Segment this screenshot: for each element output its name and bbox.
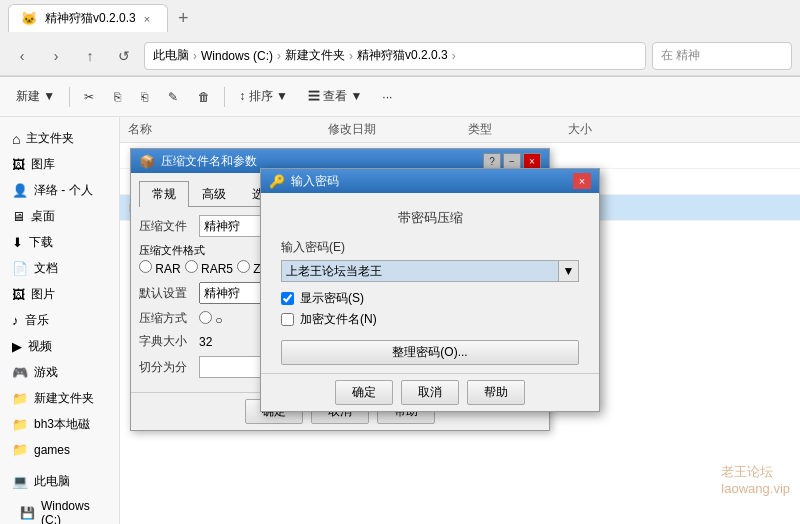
sidebar-item-new-folder[interactable]: 📁 新建文件夹	[4, 386, 115, 411]
show-password-row: 显示密码(S)	[281, 290, 579, 307]
col-header-size: 大小	[568, 121, 648, 138]
tab-close-btn[interactable]: ×	[144, 13, 150, 25]
sidebar-item-video[interactable]: ▶ 视频	[4, 334, 115, 359]
winrar-tab-advanced[interactable]: 高级	[189, 181, 239, 207]
new-tab-btn[interactable]: +	[172, 8, 195, 29]
refresh-btn[interactable]: ↺	[110, 42, 138, 70]
desktop-icon: 🖥	[12, 209, 25, 224]
sort-btn[interactable]: ↕ 排序 ▼	[231, 82, 296, 112]
cut-btn[interactable]: ✂	[76, 82, 102, 112]
encrypt-filename-label: 加密文件名(N)	[300, 311, 377, 328]
sidebar-label-bh3: bh3本地磁	[34, 416, 90, 433]
active-tab[interactable]: 🐱 精神狩猫v0.2.0.3 ×	[8, 4, 168, 32]
archive-label: 压缩文件	[139, 218, 199, 235]
path-part-3: 精神狩猫v0.2.0.3	[357, 47, 448, 64]
toolbar-sep-1	[69, 87, 70, 107]
sidebar-label-download: 下载	[29, 234, 53, 251]
copy-btn[interactable]: ⎘	[106, 82, 129, 112]
search-placeholder: 在 精神	[661, 47, 700, 64]
download-icon: ⬇	[12, 235, 23, 250]
sidebar-label-pictures: 图片	[31, 286, 55, 303]
encrypt-filename-checkbox[interactable]	[281, 313, 294, 326]
game-icon: 🎮	[12, 365, 28, 380]
watermark-line2: laowang.vip	[721, 481, 790, 496]
sidebar-label-new-folder: 新建文件夹	[34, 390, 94, 407]
delete-btn[interactable]: 🗑	[190, 82, 218, 112]
winrar-close-btn[interactable]: ×	[523, 153, 541, 169]
sidebar-label-games2: games	[34, 443, 70, 457]
home-icon: ⌂	[12, 131, 20, 147]
sidebar-item-games[interactable]: 🎮 游戏	[4, 360, 115, 385]
compress-opt-o[interactable]: ○	[199, 311, 223, 327]
paste-btn[interactable]: ⎗	[133, 82, 156, 112]
search-box[interactable]: 在 精神	[652, 42, 792, 70]
show-password-checkbox[interactable]	[281, 292, 294, 305]
password-ok-btn[interactable]: 确定	[335, 380, 393, 405]
back-btn[interactable]: ‹	[8, 42, 36, 70]
dict-value: 32	[199, 335, 212, 349]
winrar-min-btn[interactable]: −	[503, 153, 521, 169]
password-help-btn[interactable]: 帮助	[467, 380, 525, 405]
split-label: 切分为分	[139, 359, 199, 376]
winrar-title-text: 压缩文件名和参数	[155, 153, 483, 170]
sidebar: ⌂ 主文件夹 🖼 图库 👤 泽络 - 个人 🖥 桌面 ⬇ 下载 📄 文档 🖼 图…	[0, 117, 120, 524]
forward-btn[interactable]: ›	[42, 42, 70, 70]
pc-icon: 💻	[12, 474, 28, 489]
rename-btn[interactable]: ✎	[160, 82, 186, 112]
manage-password-btn[interactable]: 整理密码(O)...	[281, 340, 579, 365]
format-rar5[interactable]: RAR5	[185, 260, 233, 276]
sidebar-item-music[interactable]: ♪ 音乐	[4, 308, 115, 333]
sidebar-item-this-pc[interactable]: 💻 此电脑	[4, 469, 115, 494]
password-section-title: 带密码压缩	[281, 209, 579, 227]
watermark: 老王论坛 laowang.vip	[721, 463, 790, 496]
sidebar-item-documents[interactable]: 📄 文档	[4, 256, 115, 281]
sidebar-label-c: Windows (C:)	[41, 499, 107, 524]
winrar-tab-general[interactable]: 常规	[139, 181, 189, 207]
password-input[interactable]	[281, 260, 559, 282]
default-label: 默认设置	[139, 285, 199, 302]
password-title-text: 输入密码	[285, 173, 573, 190]
show-password-label: 显示密码(S)	[300, 290, 364, 307]
sidebar-item-user[interactable]: 👤 泽络 - 个人	[4, 178, 115, 203]
col-header-name: 名称	[128, 121, 328, 138]
address-path[interactable]: 此电脑 › Windows (C:) › 新建文件夹 › 精神狩猫v0.2.0.…	[144, 42, 646, 70]
dict-label: 字典大小	[139, 333, 199, 350]
address-bar: ‹ › ↑ ↺ 此电脑 › Windows (C:) › 新建文件夹 › 精神狩…	[0, 36, 800, 76]
sidebar-label-music: 音乐	[25, 312, 49, 329]
sidebar-item-home[interactable]: ⌂ 主文件夹	[4, 126, 115, 151]
password-title-icon: 🔑	[269, 174, 285, 189]
up-btn[interactable]: ↑	[76, 42, 104, 70]
folder-icon-bh3: 📁	[12, 417, 28, 432]
sidebar-label-video: 视频	[28, 338, 52, 355]
more-btn[interactable]: ···	[374, 82, 400, 112]
tab-bar: 🐱 精神狩猫v0.2.0.3 × +	[0, 0, 800, 36]
password-close-btn[interactable]: ×	[573, 173, 591, 189]
path-part-2: 新建文件夹	[285, 47, 345, 64]
folder-icon-new: 📁	[12, 391, 28, 406]
sidebar-item-gallery[interactable]: 🖼 图库	[4, 152, 115, 177]
sidebar-item-desktop[interactable]: 🖥 桌面	[4, 204, 115, 229]
sidebar-item-games2[interactable]: 📁 games	[4, 438, 115, 461]
winrar-help-btn[interactable]: ?	[483, 153, 501, 169]
sidebar-item-download[interactable]: ⬇ 下载	[4, 230, 115, 255]
tab-favicon: 🐱	[21, 11, 37, 26]
path-part-1: Windows (C:)	[201, 49, 273, 63]
sidebar-label-user: 泽络 - 个人	[34, 182, 93, 199]
video-icon: ▶	[12, 339, 22, 354]
drive-icon-c: 💾	[20, 506, 35, 520]
watermark-line1: 老王论坛	[721, 463, 790, 481]
sidebar-item-pictures[interactable]: 🖼 图片	[4, 282, 115, 307]
password-dropdown-btn[interactable]: ▼	[559, 260, 579, 282]
new-btn[interactable]: 新建 ▼	[8, 82, 63, 112]
image-icon: 🖼	[12, 287, 25, 302]
sidebar-item-bh3[interactable]: 📁 bh3本地磁	[4, 412, 115, 437]
view-btn[interactable]: ☰ 查看 ▼	[300, 82, 371, 112]
winrar-title-icon: 📦	[139, 154, 155, 169]
toolbar: 新建 ▼ ✂ ⎘ ⎗ ✎ 🗑 ↕ 排序 ▼ ☰ 查看 ▼ ···	[0, 77, 800, 117]
password-dialog: 🔑 输入密码 × 带密码压缩 输入密码(E) ▼ 显示密码(S) 加密文件名(N…	[260, 168, 600, 412]
format-rar[interactable]: RAR	[139, 260, 181, 276]
password-dialog-titlebar: 🔑 输入密码 ×	[261, 169, 599, 193]
folder-icon-games: 📁	[12, 442, 28, 457]
password-cancel-btn[interactable]: 取消	[401, 380, 459, 405]
sidebar-item-c-drive[interactable]: 💾 Windows (C:)	[4, 495, 115, 524]
